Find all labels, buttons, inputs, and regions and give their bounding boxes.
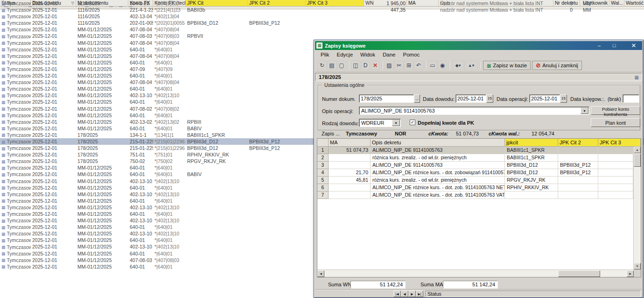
table-row[interactable]: Tymczasowy 2025-12-01 MM-01/12/2025 407-… <box>0 33 644 39</box>
data-operacji-calendar-button[interactable]: 15 <box>560 94 567 103</box>
chevron-down-icon[interactable]: ▼ <box>581 107 588 114</box>
konto-fk-cell: 750-02 <box>128 158 153 164</box>
col-jpkcit[interactable]: jpkcit <box>505 139 558 147</box>
last-record-button[interactable]: ▶| <box>416 291 423 297</box>
jpk-cit-2-cell: BPBIII3d_P12 <box>248 20 306 26</box>
dekret-icon <box>1 191 6 198</box>
jpk-cit-3-cell <box>306 33 364 39</box>
konto-fk-techn-cell: *|215|01|2296 <box>153 145 186 151</box>
goto-down-icon[interactable]: ◆▾ <box>452 61 464 70</box>
jpk-cit-2-cell <box>248 99 306 105</box>
wn-cell <box>364 13 407 20</box>
plan-kont-button[interactable]: Plan kont <box>591 118 640 127</box>
undo-icon[interactable]: ↶ <box>414 61 423 70</box>
konto-fk-cell: 407-09 <box>128 66 153 72</box>
anuluj-i-zamknij-button[interactable]: ⊘ Anuluj i zamknij <box>532 61 581 70</box>
scroll-right-icon[interactable]: ▶ <box>627 270 634 277</box>
table-row[interactable]: Tymczasowy 2025-12-01 1116/2025 304-1-23… <box>0 0 644 7</box>
menu-widok[interactable]: Widok <box>357 52 379 57</box>
data-operacji-input[interactable] <box>529 94 560 103</box>
jpk-cit-2-cell <box>248 198 306 204</box>
grid-row[interactable]: 3 ALIMCO_NIP_DE 91141005763 BPBIII3d_D12… <box>317 162 641 169</box>
grid-row[interactable]: 4 21,70 ALIMCO_NIP_DE różnice kurs. - do… <box>317 169 641 177</box>
data-dowodu-cell: 2025-12-01 <box>31 158 76 164</box>
jpk-cit-2-cell <box>558 177 598 184</box>
nr-dokumentu-cell: MM-01/12/2025 <box>76 164 128 171</box>
konto-fk-techn-cell: *|407|08|04 <box>153 40 186 46</box>
nr-dokumentu-cell: MM-01/12/2025 <box>76 40 128 46</box>
document-icon[interactable]: ▢ <box>337 61 346 70</box>
konto-fk-cell: 215-01-2296 <box>128 138 153 145</box>
konto-fk-cell: 640-01 <box>128 211 153 217</box>
chevron-down-icon[interactable]: ▼ <box>392 120 400 126</box>
goto-up-icon[interactable]: ▲▾ <box>465 61 477 70</box>
grid-row[interactable]: 5 45,81 różnica kurs. zrealiz. - od wł.ś… <box>317 177 641 184</box>
grid-row[interactable]: 1 51 074,73 ALIMCO_NIP_DE 91141005763 BA… <box>317 147 641 154</box>
scroll-left-icon[interactable]: ◀ <box>317 270 324 277</box>
preview-icon[interactable]: ◉ <box>438 61 447 70</box>
cut-icon[interactable]: ✂ <box>394 61 404 70</box>
minimize-button[interactable]: – <box>595 42 603 49</box>
table-row[interactable]: Tymczasowy 2025-12-01 MM-01/12/2025 407-… <box>0 26 644 33</box>
zapis-status-line: Zapis ... Tymczasowy NOR cKwota: 51 074,… <box>318 131 639 138</box>
col-jpk-cit-2[interactable]: JPK Cit 2 <box>558 139 598 147</box>
delete-icon[interactable]: ✕ <box>371 61 380 70</box>
vertical-scrollbar-thumb[interactable] <box>634 154 641 167</box>
data-ksiegow-input[interactable] <box>623 94 639 103</box>
status-cell: Tymczasowy <box>0 92 31 99</box>
data-dowodu-calendar-button[interactable]: 15 <box>486 94 493 103</box>
pobierz-konto-kontrahenta-button[interactable]: Pobierz konto kontrahenta <box>591 106 640 115</box>
grid-row[interactable]: 6 ALIMCO_NIP_DE różnice kurs. - dot. zob… <box>317 184 641 192</box>
col-jpk-cit-3[interactable]: JPK Cit 3 <box>598 139 641 147</box>
data-ksiegow-value: (brak) <box>608 96 621 102</box>
print-icon[interactable]: ▭ <box>428 61 437 70</box>
refresh-icon[interactable]: ↻ <box>317 61 327 70</box>
next-record-button[interactable]: ▶ <box>408 291 416 297</box>
close-button[interactable]: ✕ <box>630 42 637 49</box>
horizontal-scrollbar-thumb[interactable] <box>558 270 600 277</box>
horizontal-scrollbar[interactable]: ◀ ▶ <box>317 270 634 277</box>
rodzaj-dowodu-combobox[interactable]: WDREUR ▼ <box>359 119 401 127</box>
table-row[interactable]: Tymczasowy 2025-12-01 1116/2025 221-4-1-… <box>0 7 644 13</box>
konto-fk-techn-cell: *|640|01 <box>153 85 186 92</box>
numer-dots-button[interactable]: ... <box>414 94 420 103</box>
menu-plik[interactable]: Plik <box>317 52 333 57</box>
dialog-titlebar[interactable]: ▦ Zapisy księgowe – □ ✕ <box>315 41 642 50</box>
status-cell: Tymczasowy <box>0 106 31 112</box>
maximize-button[interactable]: □ <box>610 42 618 49</box>
menu-edycje[interactable]: Edycje <box>333 52 357 57</box>
jpk-cit-cell: RPBIII <box>186 119 248 125</box>
table-row[interactable]: Tymczasowy 2025-12-01 1116/2025 202-01-0… <box>0 20 644 26</box>
opis-operacji-combobox[interactable]: ALIMCO_NIP_DE 91141005763 ▼ <box>359 106 589 115</box>
col-opis-dekretu[interactable]: Opis dekretu <box>371 139 505 147</box>
decree-icon[interactable]: D <box>361 61 370 70</box>
col-row-number[interactable] <box>317 139 329 147</box>
konto-fk-cell: 402-13-10 <box>128 243 153 250</box>
col-ma[interactable]: MA <box>329 139 371 147</box>
table-row[interactable]: Tymczasowy 2025-12-01 1116/2025 402-13-0… <box>0 13 644 20</box>
menu-dane[interactable]: Dane <box>379 52 399 57</box>
numer-dokum-input[interactable] <box>359 94 414 103</box>
dekret-icon <box>1 125 6 132</box>
status-cell: Tymczasowy <box>0 250 31 257</box>
form-icon[interactable]: ◫ <box>351 61 360 70</box>
data-dowodu-input[interactable] <box>455 94 486 103</box>
data-dowodu-cell: 2025-12-01 <box>31 125 76 132</box>
register-icon[interactable]: ▤ <box>327 61 336 70</box>
grid-row[interactable]: 2 różnica kurs. zrealiz. - od wł.śr. pie… <box>317 154 641 162</box>
scroll-up-icon[interactable]: ▲ <box>634 147 641 153</box>
zapisz-w-bazie-button[interactable]: ▦ Zapisz w bazie <box>483 61 531 70</box>
konto-fk-cell: 640-01 <box>128 59 153 66</box>
vertical-scrollbar[interactable]: ▲ ▼ <box>633 147 641 270</box>
dopelniaj-checkbox[interactable]: ✓ <box>410 120 415 125</box>
dekret-grid: MA Opis dekretu jpkcit JPK Cit 2 JPK Cit… <box>317 138 641 277</box>
first-record-button[interactable]: |◀ <box>393 291 401 297</box>
paste-icon[interactable]: ▨ <box>385 61 394 70</box>
grid-row[interactable]: 7 ALIMCO_NIP_DE różnice kurs. - dot. zob… <box>317 192 641 199</box>
prev-record-button[interactable]: ◀ <box>401 291 408 297</box>
data-dowodu-cell: 2025-12-01 <box>31 204 76 211</box>
nr-dokumentu-cell: MM-01/12/2025 <box>76 237 128 243</box>
copy-icon[interactable]: ⊞ <box>404 61 413 70</box>
scroll-down-icon[interactable]: ▼ <box>634 263 641 270</box>
menu-pomoc[interactable]: Pomoc <box>399 52 424 57</box>
